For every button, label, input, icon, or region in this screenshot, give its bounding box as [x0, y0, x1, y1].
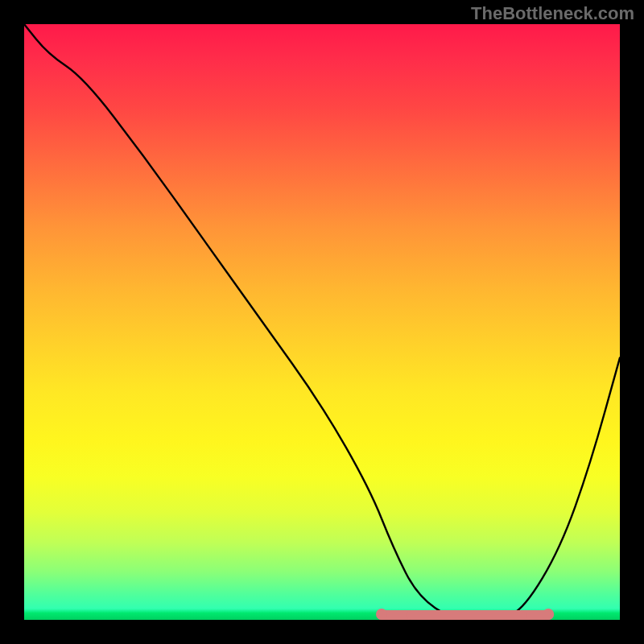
chart-container: TheBottleneck.com — [0, 0, 644, 644]
chart-svg — [24, 24, 620, 620]
plot-area — [24, 24, 620, 620]
watermark-text: TheBottleneck.com — [471, 3, 634, 24]
highlight-flat-region — [376, 609, 554, 620]
highlight-dot — [543, 609, 554, 620]
highlight-dot — [376, 609, 387, 620]
bottleneck-curve — [24, 24, 620, 620]
